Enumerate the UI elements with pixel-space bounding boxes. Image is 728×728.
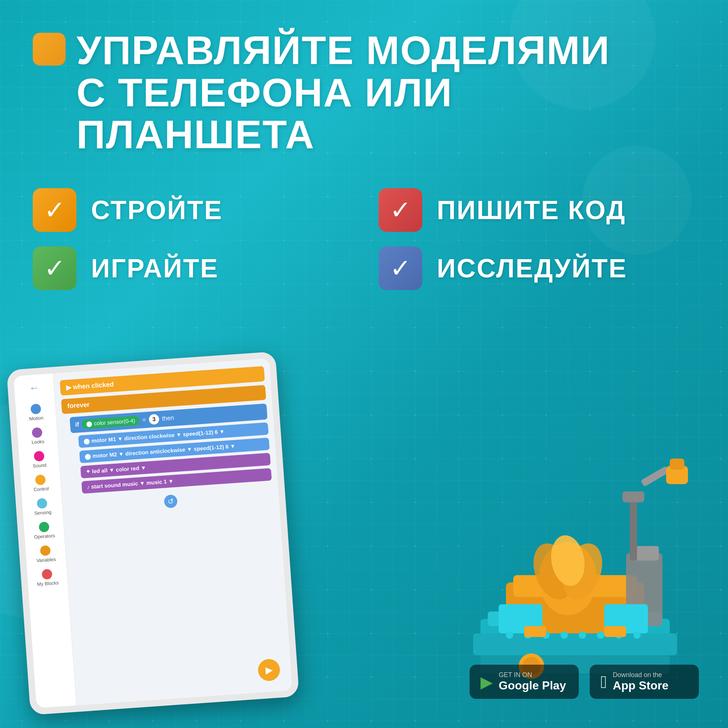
- features-grid: ✓ СТРОЙТЕ ✓ ПИШИТЕ КОД ✓ ИГРАЙТЕ ✓ ИССЛЕ…: [0, 170, 728, 297]
- back-arrow-icon[interactable]: ←: [29, 382, 40, 394]
- label-build: СТРОЙТЕ: [91, 195, 223, 225]
- loop-icon: ↺: [164, 494, 177, 508]
- svg-point-24: [561, 632, 568, 639]
- google-play-name: Google Play: [499, 679, 566, 692]
- svg-rect-14: [630, 495, 637, 561]
- sidebar-variables[interactable]: Variables: [36, 545, 56, 563]
- sidebar-sound[interactable]: Sound: [32, 451, 47, 469]
- google-play-get-text: GET IN ON: [499, 671, 566, 679]
- tablet-device: ← Motion Looks Sound: [6, 351, 299, 715]
- google-play-icon: ▶: [480, 673, 493, 691]
- tablet-wrapper: ← Motion Looks Sound: [18, 360, 288, 706]
- page-content: УПРАВЛЯЙТЕ МОДЕЛЯМИ С ТЕЛЕФОНА ИЛИ ПЛАНШ…: [0, 0, 728, 728]
- title-line1: УПРАВЛЯЙТЕ МОДЕЛЯМИ: [76, 29, 695, 71]
- sidebar-motion[interactable]: Motion: [28, 403, 43, 422]
- feature-explore: ✓ ИССЛЕДУЙТЕ: [379, 246, 695, 290]
- feature-build: ✓ СТРОЙТЕ: [33, 188, 349, 232]
- store-buttons-area: ▶ GET IN ON Google Play  Download on th…: [470, 665, 699, 699]
- sidebar-looks[interactable]: Looks: [31, 427, 44, 445]
- app-store-text: Download on the App Store: [613, 671, 669, 692]
- svg-point-25: [579, 632, 586, 639]
- svg-point-21: [506, 632, 513, 639]
- sidebar-control[interactable]: Control: [33, 474, 49, 492]
- app-store-button[interactable]:  Download on the App Store: [590, 665, 699, 699]
- app-store-get-text: Download on the: [613, 671, 669, 679]
- robot-svg: [451, 401, 706, 691]
- svg-point-28: [633, 632, 641, 639]
- svg-rect-15: [622, 491, 644, 502]
- background: УПРАВЛЯЙТЕ МОДЕЛЯМИ С ТЕЛЕФОНА ИЛИ ПЛАНШ…: [0, 0, 728, 728]
- title-area: УПРАВЛЯЙТЕ МОДЕЛЯМИ С ТЕЛЕФОНА ИЛИ ПЛАНШ…: [0, 0, 728, 170]
- svg-rect-30: [604, 626, 626, 637]
- sidebar-myblocks[interactable]: My Blocks: [36, 568, 59, 587]
- label-explore: ИССЛЕДУЙТЕ: [437, 253, 627, 283]
- sidebar-sensing[interactable]: Sensing: [34, 498, 52, 516]
- google-play-text: GET IN ON Google Play: [499, 671, 566, 692]
- svg-rect-16: [641, 466, 669, 487]
- feature-code: ✓ ПИШИТЕ КОД: [379, 188, 695, 232]
- badge-explore: ✓: [379, 246, 422, 290]
- badge-play: ✓: [33, 246, 76, 290]
- feature-play: ✓ ИГРАЙТЕ: [33, 246, 349, 290]
- sidebar-operators[interactable]: Operators: [33, 521, 55, 540]
- num-badge-3[interactable]: 3: [148, 414, 159, 425]
- label-play: ИГРАЙТЕ: [91, 253, 219, 283]
- svg-point-26: [597, 632, 604, 639]
- apple-icon: : [601, 672, 607, 692]
- tablet-coding-area: ▶ when clicked forever if ⬤ color sensor…: [54, 359, 292, 705]
- google-play-button[interactable]: ▶ GET IN ON Google Play: [470, 665, 579, 699]
- app-store-name: App Store: [613, 679, 669, 692]
- svg-rect-2: [473, 633, 677, 655]
- label-code: ПИШИТЕ КОД: [437, 195, 626, 225]
- title-icon: [33, 33, 66, 66]
- page-title: УПРАВЛЯЙТЕ МОДЕЛЯМИ С ТЕЛЕФОНА ИЛИ ПЛАНШ…: [76, 29, 695, 155]
- title-line2: С ТЕЛЕФОНА ИЛИ ПЛАНШЕТА: [76, 71, 695, 155]
- svg-rect-29: [524, 626, 546, 637]
- badge-code: ✓: [379, 188, 422, 232]
- svg-rect-18: [670, 459, 684, 470]
- tablet-screen: ← Motion Looks Sound: [14, 359, 292, 708]
- tablet-home-button[interactable]: [16, 531, 23, 554]
- robot-model: [451, 401, 706, 691]
- badge-build: ✓: [33, 188, 76, 232]
